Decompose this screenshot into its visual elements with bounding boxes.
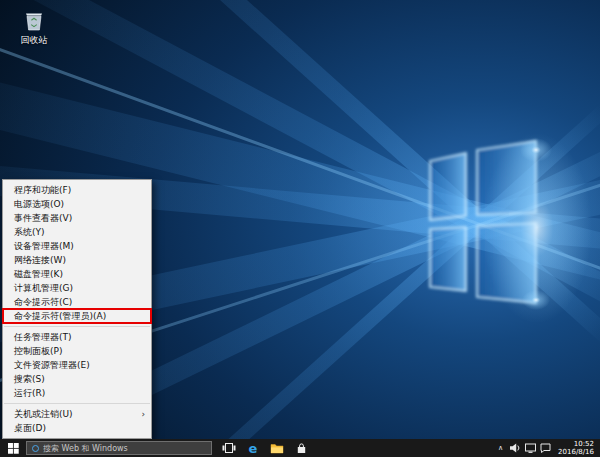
menu-item-label: 关机或注销(U)	[14, 409, 73, 419]
recycle-bin-label: 回收站	[21, 34, 48, 47]
store-button[interactable]	[289, 439, 313, 457]
menu-item-device-manager[interactable]: 设备管理器(M)	[3, 239, 151, 253]
task-view-icon	[222, 442, 236, 454]
clock-time: 10:52	[574, 440, 594, 448]
task-view-button[interactable]	[217, 439, 241, 457]
clock-date: 2016/8/16	[558, 448, 594, 456]
menu-item-run[interactable]: 运行(R)	[3, 386, 151, 400]
edge-button[interactable]: e	[241, 439, 265, 457]
hidden-icons-button[interactable]: ∧	[493, 439, 508, 457]
taskbar: e ∧	[0, 439, 600, 457]
menu-item-computer-management[interactable]: 计算机管理(G)	[3, 281, 151, 295]
menu-item-programs-and-features[interactable]: 程序和功能(F)	[3, 183, 151, 197]
menu-item-command-prompt[interactable]: 命令提示符(C)	[3, 295, 151, 309]
menu-item-event-viewer[interactable]: 事件查看器(V)	[3, 211, 151, 225]
volume-icon	[509, 442, 522, 454]
menu-item-file-explorer[interactable]: 文件资源管理器(E)	[3, 358, 151, 372]
menu-item-task-manager[interactable]: 任务管理器(T)	[3, 330, 151, 344]
file-explorer-button[interactable]	[265, 439, 289, 457]
cortana-search-icon	[32, 445, 39, 452]
store-icon	[295, 442, 308, 455]
menu-item-search[interactable]: 搜索(S)	[3, 372, 151, 386]
action-center-button[interactable]	[538, 439, 553, 457]
menu-item-command-prompt-admin[interactable]: 命令提示符(管理员)(A)	[3, 309, 151, 323]
search-input[interactable]	[43, 444, 206, 453]
menu-item-network-connections[interactable]: 网络连接(W)	[3, 253, 151, 267]
taskbar-clock[interactable]: 10:52 2016/8/16	[553, 440, 600, 456]
menu-item-control-panel[interactable]: 控制面板(P)	[3, 344, 151, 358]
start-button[interactable]	[0, 439, 26, 457]
menu-item-shutdown-or-signout[interactable]: 关机或注销(U) ›	[3, 407, 151, 421]
menu-item-power-options[interactable]: 电源选项(O)	[3, 197, 151, 211]
network-button[interactable]	[523, 439, 538, 457]
recycle-bin-icon	[21, 7, 47, 33]
desktop: 回收站 程序和功能(F) 电源选项(O) 事件查看器(V) 系统(Y) 设备管理…	[0, 0, 600, 457]
menu-item-disk-management[interactable]: 磁盘管理(K)	[3, 267, 151, 281]
menu-item-desktop[interactable]: 桌面(D)	[3, 421, 151, 435]
menu-separator	[4, 403, 150, 404]
windows-logo-icon	[8, 443, 19, 454]
edge-icon: e	[249, 442, 258, 455]
file-explorer-icon	[270, 442, 284, 454]
taskbar-search[interactable]	[26, 441, 212, 455]
chevron-right-icon: ›	[141, 407, 145, 421]
menu-item-system[interactable]: 系统(Y)	[3, 225, 151, 239]
chevron-up-icon: ∧	[498, 444, 503, 452]
volume-button[interactable]	[508, 439, 523, 457]
menu-separator	[4, 326, 150, 327]
recycle-bin[interactable]: 回收站	[9, 7, 59, 47]
action-center-icon	[539, 442, 552, 454]
win-x-context-menu: 程序和功能(F) 电源选项(O) 事件查看器(V) 系统(Y) 设备管理器(M)…	[2, 179, 152, 439]
network-icon	[524, 442, 537, 454]
system-tray: ∧ 10:52 2016/8/16	[493, 439, 600, 457]
